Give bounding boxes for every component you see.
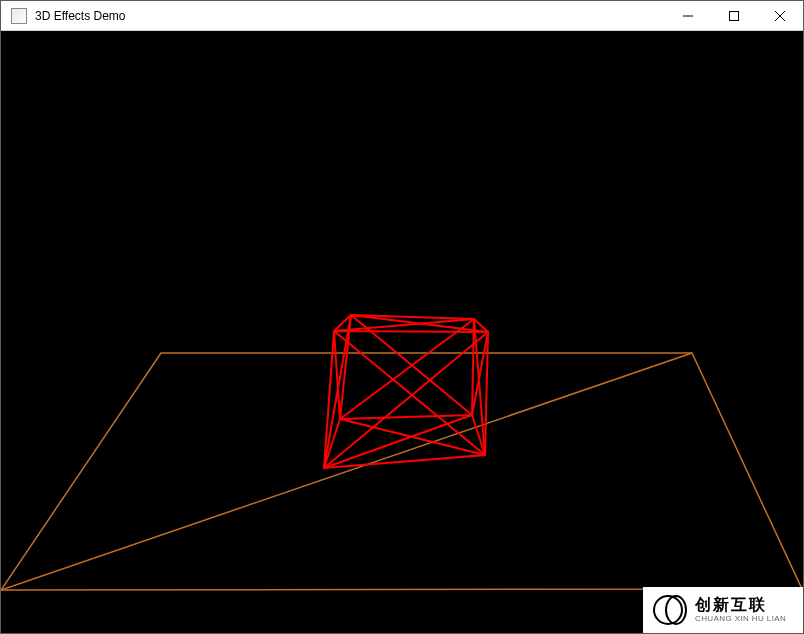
minimize-icon <box>683 11 693 21</box>
render-viewport[interactable]: 创新互联 CHUANG XIN HU LIAN <box>1 31 803 633</box>
watermark-line1: 创新互联 <box>695 597 786 613</box>
close-icon <box>775 11 785 21</box>
svg-rect-0 <box>730 11 739 20</box>
minimize-button[interactable] <box>665 1 711 31</box>
watermark-text: 创新互联 CHUANG XIN HU LIAN <box>695 597 786 623</box>
watermark: 创新互联 CHUANG XIN HU LIAN <box>643 587 803 633</box>
scene-canvas <box>1 31 803 633</box>
app-icon <box>11 8 27 24</box>
watermark-logo-icon <box>653 593 687 627</box>
titlebar[interactable]: 3D Effects Demo <box>1 1 803 31</box>
close-button[interactable] <box>757 1 803 31</box>
app-window: 3D Effects Demo 创新互联 CHUANG XIN HU LIAN <box>0 0 804 634</box>
watermark-line2: CHUANG XIN HU LIAN <box>695 615 786 623</box>
maximize-button[interactable] <box>711 1 757 31</box>
window-title: 3D Effects Demo <box>35 9 125 23</box>
maximize-icon <box>729 11 739 21</box>
